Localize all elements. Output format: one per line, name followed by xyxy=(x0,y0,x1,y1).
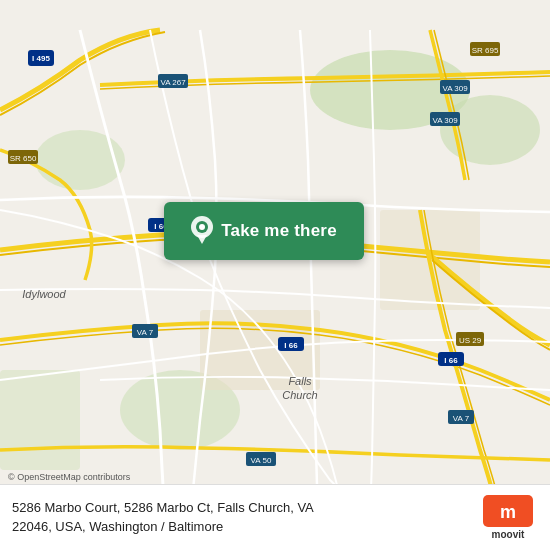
map-pin-icon xyxy=(191,216,213,246)
svg-text:VA 309: VA 309 xyxy=(442,84,468,93)
svg-text:SR 650: SR 650 xyxy=(10,154,37,163)
svg-text:VA 50: VA 50 xyxy=(251,456,272,465)
button-label: Take me there xyxy=(221,221,337,241)
bottom-bar: 5286 Marbo Court, 5286 Marbo Ct, Falls C… xyxy=(0,484,550,550)
svg-text:VA 7: VA 7 xyxy=(453,414,470,423)
take-me-there-button[interactable]: Take me there xyxy=(164,202,364,260)
map-container: I 495 VA 267 SR 695 VA 309 VA 309 SR 650… xyxy=(0,0,550,550)
moovit-logo: m moovit xyxy=(478,495,538,540)
svg-text:VA 309: VA 309 xyxy=(432,116,458,125)
address-line1: 5286 Marbo Court, 5286 Marbo Ct, Falls C… xyxy=(12,500,314,515)
svg-point-3 xyxy=(35,130,125,190)
svg-text:m: m xyxy=(500,502,516,522)
svg-text:I 495: I 495 xyxy=(32,54,50,63)
moovit-brand-text: moovit xyxy=(492,529,525,540)
svg-text:I 66: I 66 xyxy=(284,341,298,350)
svg-rect-5 xyxy=(0,370,80,470)
map-svg: I 495 VA 267 SR 695 VA 309 VA 309 SR 650… xyxy=(0,0,550,550)
svg-text:I 66: I 66 xyxy=(444,356,458,365)
svg-marker-40 xyxy=(197,235,207,244)
address-line2: 22046, USA, Washington / Baltimore xyxy=(12,519,223,534)
svg-text:US 29: US 29 xyxy=(459,336,482,345)
svg-text:Church: Church xyxy=(282,389,317,401)
moovit-icon: m xyxy=(483,495,533,527)
svg-text:Falls: Falls xyxy=(288,375,312,387)
svg-point-39 xyxy=(199,224,205,230)
svg-text:VA 267: VA 267 xyxy=(160,78,186,87)
svg-text:VA 7: VA 7 xyxy=(137,328,154,337)
svg-text:Idylwood: Idylwood xyxy=(22,288,66,300)
svg-text:SR 695: SR 695 xyxy=(472,46,499,55)
address-text: 5286 Marbo Court, 5286 Marbo Ct, Falls C… xyxy=(12,499,478,537)
osm-attribution: © OpenStreetMap contributors xyxy=(8,472,130,482)
